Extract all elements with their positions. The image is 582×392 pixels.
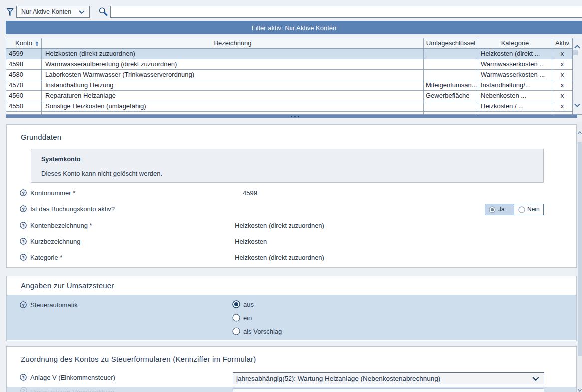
svg-text:?: ?: [22, 302, 25, 308]
svg-text:?: ?: [22, 375, 25, 380]
svg-text:?: ?: [22, 206, 25, 212]
svg-text:?: ?: [22, 239, 25, 244]
svg-text:?: ?: [22, 255, 25, 260]
svg-text:?: ?: [22, 223, 25, 228]
svg-text:?: ?: [22, 388, 25, 392]
svg-text:?: ?: [22, 190, 25, 196]
